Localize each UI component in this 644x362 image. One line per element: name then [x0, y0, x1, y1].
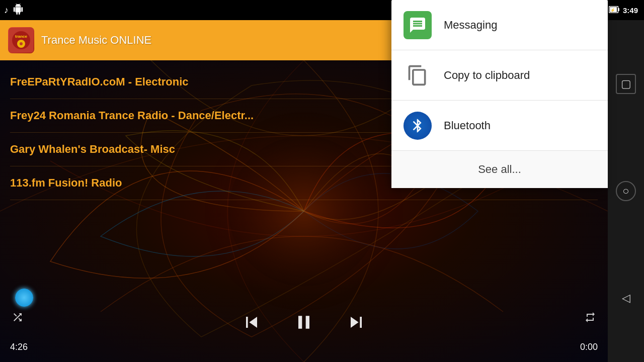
time-display: 3:49: [623, 6, 638, 15]
playback-controls: [240, 311, 367, 338]
messaging-label: Messaging: [444, 19, 497, 32]
total-time: 0:00: [580, 342, 598, 352]
nav-square-button[interactable]: ▢: [616, 74, 636, 94]
svg-rect-2: [618, 8, 619, 11]
previous-button[interactable]: [240, 311, 263, 338]
nav-circle-button[interactable]: ○: [616, 181, 636, 201]
share-menu: Messaging Copy to clipboard Bluetooth Se…: [391, 0, 608, 188]
battery-icon: ⚡: [609, 6, 620, 15]
pause-button[interactable]: [293, 311, 315, 338]
status-left: ♪: [4, 4, 24, 17]
android-icon: [13, 4, 24, 17]
nav-side: ▢ ○ ◁: [608, 20, 644, 362]
elapsed-time: 4:26: [10, 342, 28, 352]
svg-text:trance: trance: [15, 34, 28, 39]
clipboard-label: Copy to clipboard: [444, 69, 530, 82]
nav-back-button[interactable]: ◁: [616, 288, 636, 308]
next-button[interactable]: [345, 311, 367, 338]
player-controls: 4:26 0:00: [0, 302, 608, 362]
messaging-menu-item[interactable]: Messaging: [391, 0, 608, 50]
bluetooth-icon: [404, 112, 432, 140]
bluetooth-label: Bluetooth: [444, 119, 491, 132]
clipboard-icon: [404, 61, 432, 89]
svg-text:⚡: ⚡: [610, 8, 615, 13]
clipboard-menu-item[interactable]: Copy to clipboard: [391, 50, 608, 101]
bluetooth-menu-item[interactable]: Bluetooth: [391, 101, 608, 151]
see-all-button[interactable]: See all...: [391, 151, 608, 188]
music-note-icon: ♪: [4, 5, 9, 16]
messaging-icon: [404, 11, 432, 39]
svg-point-8: [20, 42, 23, 45]
time-row: 4:26 0:00: [0, 342, 608, 352]
see-all-label: See all...: [478, 163, 521, 176]
app-logo: trance: [8, 27, 34, 53]
